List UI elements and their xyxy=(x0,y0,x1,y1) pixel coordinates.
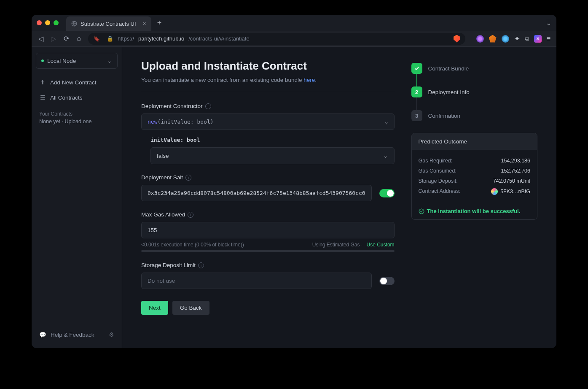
browser-tab[interactable]: Substrate Contracts UI × xyxy=(66,16,151,31)
sidebar-item-all-contracts[interactable]: ☰ All Contracts xyxy=(36,90,118,105)
info-icon[interactable]: i xyxy=(188,212,193,218)
outcome-title: Predicted Outcome xyxy=(412,133,537,150)
sidebar-item-add-contract[interactable]: ⬆ Add New Contract xyxy=(36,75,118,90)
predicted-outcome-panel: Predicted Outcome Gas Required: 154,293,… xyxy=(411,133,537,220)
url-prefix: https:// xyxy=(118,35,134,42)
brave-shield-icon[interactable] xyxy=(454,35,460,43)
info-icon[interactable]: i xyxy=(185,175,191,181)
gas-progress-bar xyxy=(141,250,395,252)
svg-point-1 xyxy=(419,209,424,214)
sidebar-item-label: Add New Contract xyxy=(50,79,97,86)
next-button[interactable]: Next xyxy=(141,301,168,315)
minimize-window-button[interactable] xyxy=(45,20,50,25)
extension-icon[interactable] xyxy=(502,35,509,43)
stack-icon: ☰ xyxy=(39,94,46,101)
salt-input[interactable]: 0x3c234a25a90cdd8078c54800ab69e28524f6c7… xyxy=(141,185,372,201)
tab-title: Substrate Contracts UI xyxy=(81,21,136,27)
sidebar-footer: 💬 Help & Feedback ⚙ xyxy=(36,327,118,342)
sidebar: Local Node ⌄ ⬆ Add New Contract ☰ All Co… xyxy=(32,47,122,348)
bookmark-icon[interactable]: 🔖 xyxy=(93,35,100,42)
reload-button[interactable]: ⟳ xyxy=(63,35,70,43)
outcome-key: Gas Required: xyxy=(419,158,453,164)
help-feedback-link[interactable]: Help & Feedback xyxy=(51,332,94,338)
tabs-overflow-icon[interactable]: ⌄ xyxy=(546,19,551,27)
url-field[interactable]: 🔖 🔒 https://paritytech.github.io/contrac… xyxy=(88,33,465,45)
new-tab-button[interactable]: + xyxy=(157,19,162,27)
chevron-down-icon: ⌄ xyxy=(383,152,388,159)
info-icon[interactable]: i xyxy=(198,262,204,268)
check-icon xyxy=(414,65,420,71)
extension-icons: ✦ ⧉ ≡ xyxy=(476,35,550,43)
globe-icon xyxy=(71,21,77,27)
main-content: Upload and Instantiate Contract You can … xyxy=(122,47,556,348)
salt-label: Deployment Salt i xyxy=(141,174,395,181)
outcome-value: 742.0750 mUnit xyxy=(493,178,530,184)
browser-menu-icon[interactable]: ≡ xyxy=(547,35,550,43)
close-tab-icon[interactable]: × xyxy=(143,20,146,27)
status-dot-icon xyxy=(41,59,44,62)
page-subtitle: You can instantiate a new contract from … xyxy=(141,77,395,83)
go-back-button[interactable]: Go Back xyxy=(172,301,209,315)
divider xyxy=(141,91,395,91)
param-select[interactable]: false ⌄ xyxy=(150,147,395,164)
chevron-down-icon: ⌄ xyxy=(107,57,112,64)
forward-button: ▷ xyxy=(50,35,57,43)
sidebar-item-label: All Contracts xyxy=(50,95,83,101)
browser-window: Substrate Contracts UI × + ⌄ ◁ ▷ ⟳ ⌂ 🔖 🔒… xyxy=(32,15,556,348)
upload-icon: ⬆ xyxy=(39,79,46,86)
outcome-key: Storage Deposit: xyxy=(419,178,458,184)
extension-icon[interactable] xyxy=(476,35,484,43)
deposit-input[interactable]: Do not use xyxy=(141,273,372,289)
gas-input[interactable]: 155 xyxy=(141,222,395,238)
maximize-window-button[interactable] xyxy=(54,20,59,25)
close-window-button[interactable] xyxy=(37,20,42,25)
constructor-select[interactable]: new(initValue: bool) ⌄ xyxy=(141,113,395,130)
lock-icon: 🔒 xyxy=(107,35,113,42)
nav-buttons: ◁ ▷ ⟳ ⌂ xyxy=(38,35,82,43)
step-label: Confirmation xyxy=(428,113,461,119)
step-connector xyxy=(416,97,417,110)
use-custom-link[interactable]: Use Custom xyxy=(367,242,395,248)
step-label: Contract Bundle xyxy=(428,65,469,72)
back-button[interactable]: ◁ xyxy=(38,35,44,43)
metamask-icon[interactable] xyxy=(489,35,497,43)
page-title: Upload and Instantiate Contract xyxy=(141,59,395,73)
traffic-lights xyxy=(37,20,59,25)
salt-toggle[interactable] xyxy=(379,189,395,197)
address-bar: ◁ ▷ ⟳ ⌂ 🔖 🔒 https://paritytech.github.io… xyxy=(32,31,556,47)
gas-estimate-label: Using Estimated Gas · xyxy=(312,242,362,248)
check-circle-icon xyxy=(419,208,424,214)
gas-label: Max Gas Allowed i xyxy=(141,211,395,218)
gas-execution-time: <0.001s execution time (0.00% of block t… xyxy=(141,242,244,248)
here-link[interactable]: here xyxy=(303,77,315,83)
info-icon[interactable]: i xyxy=(205,103,211,109)
step-badge-done xyxy=(411,63,422,74)
settings-icon[interactable]: ⚙ xyxy=(109,331,114,338)
success-message: The instantiation will be successful. xyxy=(412,203,537,219)
titlebar: Substrate Contracts UI × + ⌄ xyxy=(32,15,556,31)
url-path: /contracts-ui/#/instantiate xyxy=(188,35,250,42)
pip-icon[interactable]: ⧉ xyxy=(525,35,529,42)
extension-icon[interactable] xyxy=(534,35,542,43)
sidebar-empty-text: None yet · Upload one xyxy=(39,119,114,124)
stepper: Contract Bundle 2 Deployment Info 3 Conf… xyxy=(411,63,537,121)
deposit-label: Storage Deposit Limit i xyxy=(141,262,395,268)
right-rail: Contract Bundle 2 Deployment Info 3 Conf… xyxy=(411,59,537,335)
outcome-value: 152,752,706 xyxy=(501,168,530,174)
extensions-menu-icon[interactable]: ✦ xyxy=(514,35,520,43)
node-selector[interactable]: Local Node ⌄ xyxy=(36,53,118,69)
node-name: Local Node xyxy=(47,58,76,64)
chevron-down-icon: ⌄ xyxy=(385,119,388,125)
contract-address: 5FK3…nBfG xyxy=(500,189,530,194)
deposit-toggle[interactable] xyxy=(379,277,395,285)
constructor-label: Deployment Constructor i xyxy=(141,103,395,109)
param-label: initValue: bool xyxy=(150,137,395,143)
chat-icon: 💬 xyxy=(39,331,46,338)
outcome-key: Gas Consumed: xyxy=(419,168,456,174)
step-connector xyxy=(416,74,417,86)
step-badge-pending: 3 xyxy=(411,110,422,121)
identicon-icon xyxy=(491,188,498,195)
url-host: paritytech.github.io xyxy=(138,35,184,42)
home-button[interactable]: ⌂ xyxy=(75,35,82,43)
outcome-key: Contract Address: xyxy=(419,188,460,195)
